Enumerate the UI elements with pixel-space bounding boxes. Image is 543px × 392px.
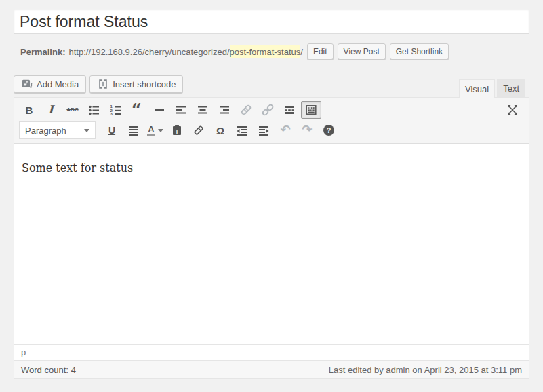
help-button[interactable]: ? <box>319 121 339 139</box>
fullscreen-icon <box>506 103 519 117</box>
special-character-button[interactable]: Ω <box>210 121 230 139</box>
statusbar-path: p <box>14 344 529 360</box>
italic-button[interactable]: I <box>41 101 61 119</box>
fullscreen-slot <box>502 101 523 119</box>
add-media-button[interactable]: Add Media <box>14 75 86 93</box>
view-post-button[interactable]: View Post <box>338 43 386 60</box>
undo-button: ↶ <box>275 121 296 139</box>
get-shortlink-button[interactable]: Get Shortlink <box>390 43 449 60</box>
format-select[interactable]: Paragraph <box>19 121 96 139</box>
more-tag-button[interactable] <box>279 101 300 119</box>
permalink-slug[interactable]: post-format-status <box>230 45 301 58</box>
add-media-label: Add Media <box>37 79 79 90</box>
bold-button[interactable]: B <box>19 101 39 119</box>
tab-visual[interactable]: Visual <box>459 79 495 98</box>
blockquote-button[interactable]: “ <box>127 101 148 119</box>
strikethrough-button[interactable]: ABC <box>62 101 83 119</box>
media-bar: Add Media Insert shortcode <box>14 75 183 93</box>
permalink: Permalink: http://192.168.9.26/cherry/un… <box>20 43 449 60</box>
editor-content[interactable]: Some text for status <box>14 144 529 344</box>
word-count: Word count:4 <box>21 365 76 375</box>
align-left-icon <box>174 103 188 117</box>
justify-icon <box>127 123 140 137</box>
svg-text:T: T <box>175 128 179 135</box>
bulleted-list-icon <box>87 103 101 117</box>
help-icon: ? <box>323 125 334 136</box>
special-character-icon: Ω <box>216 125 224 136</box>
paste-as-text-icon: T <box>170 123 184 137</box>
outdent-icon <box>235 123 249 137</box>
unlink-button <box>258 101 278 119</box>
post-title-input[interactable] <box>14 9 529 34</box>
insert-shortcode-button[interactable]: Insert shortcode <box>89 75 183 93</box>
italic-icon: I <box>48 104 53 115</box>
permalink-suffix: / <box>300 47 303 57</box>
shortcode-icon <box>97 78 109 90</box>
indent-button[interactable] <box>254 121 274 139</box>
editor-mode-tabs: Visual Text <box>459 79 525 97</box>
numbered-list-button[interactable]: 123 <box>106 101 126 119</box>
outdent-button[interactable] <box>232 121 252 139</box>
post-status-info: Word count:4 Last edited by admin on Apr… <box>14 360 529 378</box>
toolbar-toggle-button[interactable] <box>301 101 321 119</box>
tab-text[interactable]: Text <box>497 79 525 97</box>
chevron-down-icon <box>84 129 89 132</box>
word-count-value: 4 <box>71 365 76 375</box>
word-count-label: Word count: <box>21 365 68 375</box>
paste-as-text-button[interactable]: T <box>167 121 187 139</box>
numbered-list-icon: 123 <box>109 103 123 117</box>
permalink-url-prefix: http://192.168.9.26/cherry/uncategorized… <box>68 47 229 57</box>
link-icon <box>239 103 253 117</box>
toolbar-toggle-icon <box>304 103 318 117</box>
horizontal-rule-icon <box>153 103 166 117</box>
indent-icon <box>257 123 270 137</box>
blockquote-icon: “ <box>131 103 144 117</box>
align-center-icon <box>196 103 209 117</box>
unlink-icon <box>261 103 275 117</box>
format-select-value: Paragraph <box>25 125 66 136</box>
content-paragraph: Some text for status <box>22 161 522 174</box>
align-left-button[interactable] <box>171 101 191 119</box>
underline-icon: U <box>108 125 115 135</box>
toolbar-row-2: Paragraph UATΩ↶↷? <box>18 120 525 140</box>
insert-shortcode-label: Insert shortcode <box>113 79 176 90</box>
text-color-button[interactable]: A <box>145 121 165 139</box>
remove-formatting-button[interactable] <box>188 121 209 139</box>
redo-button: ↷ <box>297 121 317 139</box>
bold-icon: B <box>26 105 33 115</box>
last-edited: Last edited by admin on April 23, 2015 a… <box>329 365 522 375</box>
editor-toolbar: BIABC123“ Paragraph UATΩ↶↷? <box>14 98 529 144</box>
underline-button[interactable]: U <box>102 121 122 139</box>
align-right-button[interactable] <box>214 101 235 119</box>
toolbar-row-1: BIABC123“ <box>18 100 525 120</box>
link-button <box>236 101 256 119</box>
svg-text:“: “ <box>132 103 142 117</box>
align-center-button[interactable] <box>193 101 213 119</box>
svg-text:3: 3 <box>110 112 113 116</box>
path-item-p[interactable]: p <box>21 347 26 357</box>
bulleted-list-button[interactable] <box>84 101 104 119</box>
undo-icon: ↶ <box>280 124 290 136</box>
fullscreen-button[interactable] <box>502 101 523 119</box>
justify-button[interactable] <box>123 121 144 139</box>
horizontal-rule-button[interactable] <box>149 101 169 119</box>
align-right-icon <box>218 103 231 117</box>
redo-icon: ↷ <box>302 124 312 136</box>
editor-frame: BIABC123“ Paragraph UATΩ↶↷? Some text fo… <box>14 97 529 379</box>
post-editor-page: Permalink: http://192.168.9.26/cherry/un… <box>0 0 543 392</box>
edit-permalink-button[interactable]: Edit <box>307 43 334 60</box>
remove-formatting-icon <box>192 123 205 137</box>
text-color-icon: A <box>147 125 163 136</box>
strikethrough-icon: ABC <box>66 107 78 113</box>
more-tag-icon <box>283 103 296 117</box>
media-icon <box>21 78 33 90</box>
permalink-label: Permalink: <box>20 47 65 57</box>
